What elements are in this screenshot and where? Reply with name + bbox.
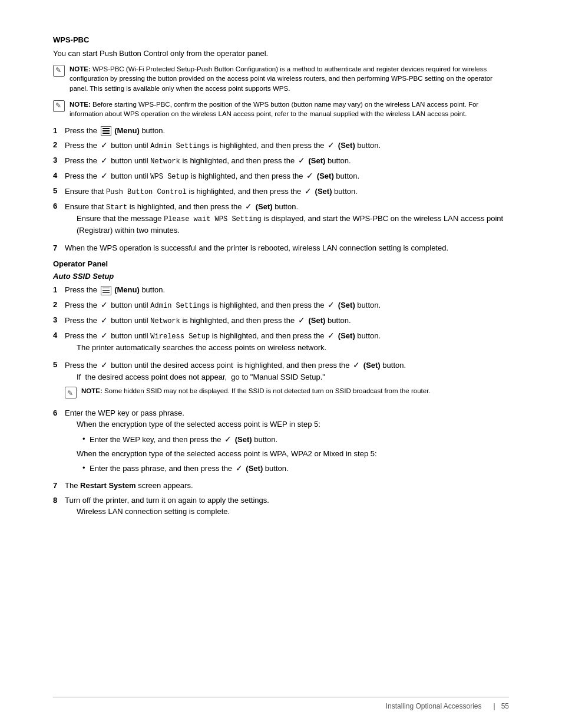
mono-6: Start bbox=[106, 203, 127, 212]
auto-step-5: 5 Press the ✓ button until the desired a… bbox=[53, 359, 509, 404]
step-num-2: 2 bbox=[53, 139, 65, 151]
auto-step-num-2: 2 bbox=[53, 299, 65, 311]
note-content-1: WPS-PBC (Wi-Fi Protected Setup-Push Butt… bbox=[70, 65, 492, 92]
down-check-a2: ✓ bbox=[101, 299, 108, 311]
footer-page-number: 55 bbox=[501, 702, 509, 710]
wps-step-2: 2 Press the ✓ button until Admin Setting… bbox=[53, 139, 509, 151]
auto-step-content-8: Turn off the printer, and turn it on aga… bbox=[65, 495, 509, 521]
auto-step6-sub2: When the encryption type of the selected… bbox=[77, 448, 509, 460]
auto-step-7: 7 The Restart System screen appears. bbox=[53, 480, 509, 492]
check-a3: ✓ bbox=[298, 314, 305, 327]
set-label-4: (Set) bbox=[317, 172, 334, 180]
bullet-dot-2: • bbox=[82, 462, 90, 474]
auto-step-num-6: 6 bbox=[53, 407, 65, 419]
footer-separator: | bbox=[494, 702, 495, 710]
auto-step-num-1: 1 bbox=[53, 284, 65, 296]
step-num-7: 7 bbox=[53, 242, 65, 254]
wps-pbc-section: WPS-PBC You can start Push Button Contro… bbox=[53, 35, 509, 253]
set-label-3: (Set) bbox=[308, 156, 325, 165]
auto-step-4: 4 Press the ✓ button until Wireless Setu… bbox=[53, 330, 509, 357]
note-label-2: NOTE: bbox=[70, 101, 91, 108]
auto-step-num-8: 8 bbox=[53, 495, 65, 506]
step-content-5: Ensure that Push Button Control is highl… bbox=[65, 185, 509, 197]
step-content-7: When the WPS operation is successful and… bbox=[65, 242, 509, 254]
auto-ssid-section: Auto SSID Setup 1 Press the (Menu) butto… bbox=[53, 272, 509, 521]
auto-step-content-4: Press the ✓ button until Wireless Setup … bbox=[65, 330, 509, 357]
page: WPS-PBC You can start Push Button Contro… bbox=[0, 0, 562, 728]
step-content-6: Ensure that Start is highlighted, and th… bbox=[65, 200, 509, 239]
step-num-6: 6 bbox=[53, 200, 65, 212]
auto-step6-sub1: When the encryption type of the selected… bbox=[77, 419, 509, 430]
step-num-1: 1 bbox=[53, 125, 65, 137]
auto-step5-sub: If the desired access point does not app… bbox=[77, 371, 509, 383]
step-num-4: 4 bbox=[53, 170, 65, 182]
mono-a4: Wireless Setup bbox=[150, 332, 210, 341]
set-label: (Menu) bbox=[114, 126, 140, 135]
wps-step-7: 7 When the WPS operation is successful a… bbox=[53, 242, 509, 254]
menu-icon-auto1 bbox=[101, 286, 111, 295]
check-b1: ✓ bbox=[224, 433, 232, 446]
check-4: ✓ bbox=[306, 170, 313, 182]
note-text-1: NOTE: WPS-PBC (Wi-Fi Protected Setup-Pus… bbox=[70, 64, 509, 94]
note-icon-a5 bbox=[65, 387, 77, 398]
auto-step4-sub: The printer automatically searches the a… bbox=[77, 342, 509, 354]
set-a4: (Set) bbox=[338, 331, 355, 340]
down-check-4: ✓ bbox=[101, 170, 108, 182]
operator-panel-title: Operator Panel bbox=[53, 259, 509, 268]
mono-6-sub: Please wait WPS Setting bbox=[164, 215, 262, 223]
step-content-2: Press the ✓ button until Admin Settings … bbox=[65, 139, 509, 151]
note-text-2: NOTE: Before starting WPS-PBC, confirm t… bbox=[70, 100, 509, 119]
auto-step-num-4: 4 bbox=[53, 330, 65, 341]
mono-3: Network bbox=[150, 157, 180, 166]
auto-step-content-3: Press the ✓ button until Network is high… bbox=[65, 314, 509, 327]
auto-step-6: 6 Enter the WEP key or pass phrase. When… bbox=[53, 407, 509, 477]
wps-step-3: 3 Press the ✓ button until Network is hi… bbox=[53, 154, 509, 167]
mono-5: Push Button Control bbox=[106, 188, 187, 196]
note-content-a5: Some hidden SSID may not be displayed. I… bbox=[104, 387, 431, 394]
note-icon-1 bbox=[53, 65, 65, 77]
step-content-3: Press the ✓ button until Network is high… bbox=[65, 154, 509, 167]
check-a4: ✓ bbox=[328, 330, 335, 342]
wps-step-1: 1 Press the (Menu) button. bbox=[53, 125, 509, 137]
auto-step-content-5: Press the ✓ button until the desired acc… bbox=[65, 359, 509, 404]
operator-panel-section: Operator Panel Auto SSID Setup 1 Press t… bbox=[53, 259, 509, 521]
menu-label-auto1: (Menu) bbox=[114, 285, 140, 294]
bullet-dot-1: • bbox=[82, 433, 90, 445]
auto-step-content-6: Enter the WEP key or pass phrase. When t… bbox=[65, 407, 509, 477]
mono-a2: Admin Settings bbox=[150, 302, 210, 310]
bullet-text-2: Enter the pass phrase, and then press th… bbox=[90, 462, 289, 475]
step-content-1: Press the (Menu) button. bbox=[65, 125, 509, 137]
set-a5: (Set) bbox=[363, 361, 381, 370]
check-a5: ✓ bbox=[353, 359, 360, 371]
set-b1: (Set) bbox=[235, 435, 252, 444]
note-content-2: Before starting WPS-PBC, confirm the pos… bbox=[70, 101, 478, 118]
note-box-a5: NOTE: Some hidden SSID may not be displa… bbox=[65, 386, 509, 398]
auto-step8-sub: Wireless LAN connection setting is compl… bbox=[77, 506, 509, 518]
mono-a3: Network bbox=[150, 317, 180, 325]
down-check-a5: ✓ bbox=[101, 359, 108, 371]
auto-step-num-5: 5 bbox=[53, 359, 65, 371]
set-label-5: (Set) bbox=[315, 187, 332, 196]
note-text-a5: NOTE: Some hidden SSID may not be displa… bbox=[81, 386, 431, 396]
menu-icon-step1 bbox=[101, 126, 111, 136]
auto-step-8: 8 Turn off the printer, and turn it on a… bbox=[53, 495, 509, 521]
down-check-3: ✓ bbox=[101, 154, 108, 167]
down-check-2: ✓ bbox=[101, 139, 108, 151]
check-a2: ✓ bbox=[328, 299, 335, 311]
auto-ssid-title: Auto SSID Setup bbox=[53, 272, 509, 281]
down-check-a3: ✓ bbox=[101, 314, 108, 327]
page-footer: Installing Optional Accessories | 55 bbox=[53, 697, 509, 710]
check-2: ✓ bbox=[328, 139, 335, 151]
set-label-6: (Set) bbox=[256, 202, 273, 211]
mono-4: WPS Setup bbox=[150, 173, 189, 181]
note-label-1: NOTE: bbox=[70, 65, 91, 73]
note-label-a5: NOTE: bbox=[81, 387, 103, 394]
note-icon-2 bbox=[53, 100, 65, 112]
auto-step-1: 1 Press the (Menu) button. bbox=[53, 284, 509, 296]
wps-step-5: 5 Ensure that Push Button Control is hig… bbox=[53, 185, 509, 197]
wps-pbc-steps: 1 Press the (Menu) button. 2 Press the ✓… bbox=[53, 125, 509, 254]
auto-step-content-2: Press the ✓ button until Admin Settings … bbox=[65, 299, 509, 311]
auto-step-content-1: Press the (Menu) button. bbox=[65, 284, 509, 296]
footer-section-label: Installing Optional Accessories bbox=[386, 702, 482, 710]
set-a3: (Set) bbox=[308, 316, 325, 325]
